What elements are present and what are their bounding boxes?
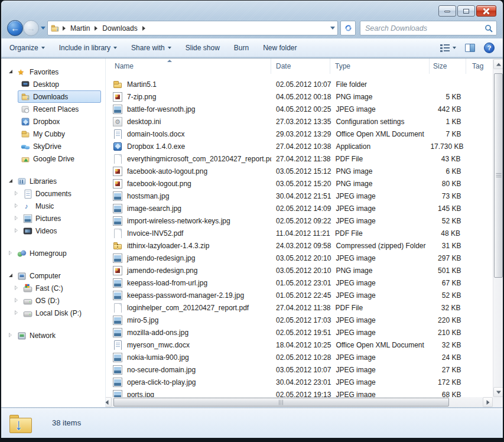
vertical-scrollbar[interactable] (493, 59, 503, 397)
minimize-button[interactable] (438, 5, 456, 17)
refresh-button[interactable] (340, 21, 356, 35)
table-row[interactable]: facebook-auto-logout.png03.05.2012 15:12… (106, 165, 493, 177)
close-button[interactable] (476, 5, 496, 17)
expand-arrow-icon[interactable] (14, 310, 20, 316)
sidebar-item-my-cubby[interactable]: My Cubby (19, 128, 101, 140)
file-name-cell: keepass-load-from-url.jpg (106, 278, 271, 288)
preview-pane-icon[interactable] (465, 44, 475, 52)
column-header-name[interactable]: Name (106, 58, 271, 74)
sidebar-item-libraries[interactable]: Libraries (1, 175, 101, 187)
table-row[interactable]: Dropbox 1.4.0.exe27.04.2012 10:38Applica… (106, 140, 493, 152)
sidebar-item-homegroup[interactable]: Homegroup (1, 247, 101, 259)
table-row[interactable]: import-wireless-network-keys.jpg02.05.20… (106, 214, 493, 227)
sidebar-item-dropbox[interactable]: Dropbox (19, 115, 101, 128)
table-row[interactable]: nokia-lumia-900.jpg02.05.2012 10:28JPEG … (106, 351, 493, 363)
sidebar-item-fast-c[interactable]: Fast (C:) (12, 282, 101, 294)
sidebar-item-google-drive[interactable]: Google Drive (19, 152, 101, 165)
sidebar-item-pictures[interactable]: Pictures (12, 212, 101, 225)
table-row[interactable]: Invoice-INV52.pdf11.04.2012 11:21PDF Fil… (106, 227, 493, 239)
sidebar-item-local-disk-p[interactable]: Local Disk (P:) (12, 307, 101, 319)
table-row[interactable]: keepass-password-manager-2.19.jpg01.05.2… (106, 289, 493, 301)
table-row[interactable]: domain-tools.docx29.03.2012 13:29Office … (106, 128, 493, 140)
burn-button[interactable]: Burn (234, 44, 249, 52)
expand-arrow-icon[interactable] (8, 250, 14, 256)
table-row[interactable]: no-secure-domain.jpg03.05.2012 10:07JPEG… (106, 363, 493, 376)
table-row[interactable]: opera-click-to-play.jpg30.04.2012 23:01J… (106, 376, 493, 388)
table-row[interactable]: myerson_mwc.docx18.04.2012 10:25Office O… (106, 339, 493, 351)
expand-arrow-icon[interactable] (14, 285, 20, 291)
sidebar-item-computer[interactable]: Computer (1, 269, 101, 282)
scroll-down-button[interactable] (493, 387, 503, 397)
table-row[interactable]: miro-5.jpg02.05.2012 17:03JPEG image220 … (106, 314, 493, 326)
horizontal-scrollbar-thumb[interactable] (113, 398, 449, 407)
collapse-arrow-icon[interactable] (8, 69, 14, 75)
breadcrumb-arrow-icon[interactable] (95, 26, 97, 31)
expand-arrow-icon[interactable] (8, 332, 14, 339)
jpeg-icon (113, 105, 122, 114)
breadcrumb-item-martin[interactable]: Martin (69, 24, 92, 32)
breadcrumb-arrow-icon[interactable] (63, 26, 66, 31)
forward-button[interactable]: → (23, 20, 39, 36)
maximize-button[interactable] (457, 5, 475, 17)
change-view-button[interactable] (440, 44, 456, 52)
history-dropdown-icon[interactable] (41, 27, 45, 30)
table-row[interactable]: everythingmicrosoft_com_20120427_report.… (106, 152, 493, 165)
table-row[interactable]: 7-zip.png04.05.2012 00:18PNG image5 KB (106, 90, 493, 103)
horizontal-scrollbar[interactable] (105, 397, 493, 407)
table-row[interactable]: image-search.jpg02.05.2012 14:09JPEG ima… (106, 202, 493, 214)
table-row[interactable]: jamendo-redesign.png03.05.2012 20:10PNG … (106, 264, 493, 277)
table-row[interactable]: facebook-logout.png03.05.2012 15:20PNG i… (106, 177, 493, 190)
table-row[interactable]: ports.jpg02.05.2012 19:13JPEG image68 KB (106, 388, 493, 397)
column-header-size[interactable]: Size (430, 58, 466, 74)
sidebar-item-skydrive[interactable]: SkyDrive (19, 140, 101, 152)
expand-arrow-icon[interactable] (14, 228, 20, 234)
column-header: Name Date Type Size Tag (106, 58, 503, 74)
expand-arrow-icon[interactable] (14, 203, 20, 209)
scroll-right-button[interactable] (483, 397, 493, 407)
breadcrumb-arrow-icon[interactable] (142, 26, 145, 31)
column-header-type[interactable]: Type (330, 58, 430, 74)
back-button[interactable]: ← (7, 20, 23, 36)
search-icon[interactable] (485, 24, 493, 32)
organize-button[interactable]: Organize (9, 44, 45, 52)
column-header-date[interactable]: Date (271, 58, 330, 74)
sidebar-item-label: Google Drive (33, 155, 74, 163)
address-dropdown-icon[interactable] (330, 27, 335, 30)
sidebar-item-videos[interactable]: Videos (12, 225, 101, 237)
sidebar-item-os-d[interactable]: OS (D:) (12, 294, 101, 307)
sidebar-item-documents[interactable]: Documents (12, 187, 101, 200)
sidebar-item-recent-places[interactable]: Recent Places (19, 103, 101, 115)
sidebar-item-music[interactable]: Music (12, 200, 101, 212)
table-row[interactable]: loginhelper_com_20120427_report.pdf27.04… (106, 301, 493, 314)
slide-show-button[interactable]: Slide show (186, 44, 220, 52)
sidebar-item-desktop[interactable]: Desktop (19, 78, 101, 90)
address-bar[interactable]: Martin Downloads (47, 21, 338, 35)
share-with-button[interactable]: Share with (131, 44, 171, 52)
scroll-up-button[interactable] (493, 59, 503, 69)
scroll-left-button[interactable] (105, 397, 112, 407)
help-icon[interactable]: ? (484, 43, 495, 53)
expand-arrow-icon[interactable] (14, 215, 20, 222)
expand-arrow-icon[interactable] (14, 190, 20, 197)
search-input[interactable] (364, 24, 485, 33)
breadcrumb-item-downloads[interactable]: Downloads (100, 24, 139, 32)
sidebar-item-network[interactable]: Network (1, 329, 101, 342)
new-folder-button[interactable]: New folder (263, 44, 297, 52)
table-row[interactable]: hostsman.jpg30.04.2012 21:51JPEG image73… (106, 190, 493, 202)
table-row[interactable]: keepass-load-from-url.jpg01.05.2012 23:0… (106, 277, 493, 289)
include-in-library-button[interactable]: Include in library (59, 44, 117, 52)
table-row[interactable]: Martin5.102.05.2012 10:07File folder (106, 78, 493, 90)
sidebar-item-favorites[interactable]: Favorites (1, 66, 101, 78)
table-row[interactable]: battle-for-wesnoth.jpg04.05.2012 00:25JP… (106, 103, 493, 115)
horizontal-scrollbar-track[interactable] (112, 397, 483, 407)
collapse-arrow-icon[interactable] (8, 272, 14, 279)
table-row[interactable]: desktop.ini27.03.2012 13:35Configuration… (106, 115, 493, 128)
table-row[interactable]: mozilla-add-ons.jpg02.05.2012 19:51JPEG … (106, 326, 493, 339)
file-type: JPEG image (331, 217, 430, 225)
expand-arrow-icon[interactable] (14, 297, 20, 304)
table-row[interactable]: itthinx-lazyloader-1.4.3.zip24.03.2012 0… (106, 239, 493, 252)
sidebar-item-downloads[interactable]: Downloads (18, 90, 101, 103)
vertical-scrollbar-thumb[interactable] (494, 73, 503, 278)
collapse-arrow-icon[interactable] (8, 178, 14, 184)
table-row[interactable]: jamendo-redesign.jpg03.05.2012 20:10JPEG… (106, 252, 493, 264)
